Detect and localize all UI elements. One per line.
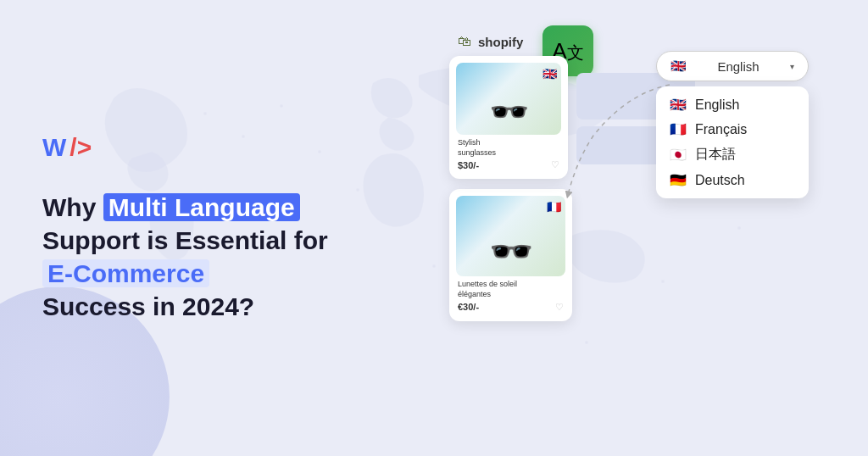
product-price-fr: €30/- (458, 302, 479, 312)
headline-line4: Success in 2024? (42, 290, 398, 323)
headline-line1: Why Multi Language (42, 191, 398, 224)
sunglasses-fr: 🕶️ (489, 231, 533, 272)
product-price-en: $30/- (458, 160, 479, 170)
product-info-fr: Lunettes de soleil élégantes €30/- ♡ (456, 276, 565, 314)
headline: Why Multi Language Support is Essential … (42, 191, 398, 323)
logo-slash: /> (70, 133, 92, 162)
logo: W /> (42, 133, 398, 162)
headline-highlight-multilang: Multi Language (103, 193, 300, 221)
dashed-arrow (517, 68, 704, 220)
shopify-bag-icon: 🛍 (458, 34, 471, 49)
right-section: A文 🛍 shopify 🇬🇧 (398, 25, 826, 431)
dropdown-label: English (717, 59, 759, 74)
product-price-row-fr: €30/- ♡ (458, 302, 564, 313)
headline-highlight-ecommerce: E-Commerce (42, 259, 209, 287)
heart-icon-fr: ♡ (555, 302, 564, 313)
headline-line3: E-Commerce (42, 257, 398, 290)
logo-w: W (42, 133, 66, 162)
shopify-label: shopify (478, 35, 523, 49)
left-section: W /> Why Multi Language Support is Essen… (42, 133, 398, 323)
shopify-header: 🛍 shopify (458, 34, 721, 49)
headline-line2: Support is Essential for (42, 224, 398, 257)
product-name-fr: Lunettes de soleil élégantes (458, 280, 564, 299)
headline-prefix: Why (42, 193, 103, 221)
content-wrapper: W /> Why Multi Language Support is Essen… (0, 0, 868, 456)
chevron-down-icon: ▾ (790, 62, 794, 71)
